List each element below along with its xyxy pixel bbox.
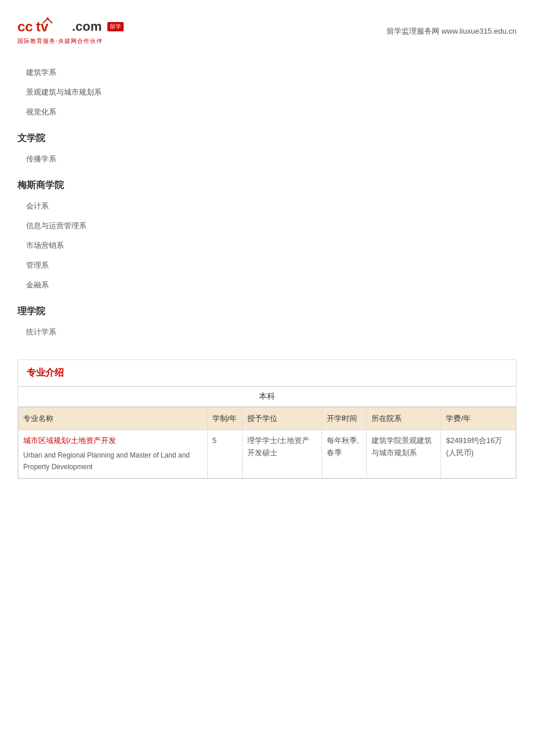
table-wrapper: 本科 专业名称 学制/年 授予学位 开学时间 所在院系 学费/年 [18, 386, 516, 478]
dept-item-communication[interactable]: 传播学系 [17, 149, 517, 169]
dept-item-marketing[interactable]: 市场营销系 [17, 236, 517, 255]
col-header-name: 专业名称 [19, 408, 208, 430]
dept-item-accounting[interactable]: 会计系 [17, 196, 517, 216]
college-heading-mace: 梅斯商学院 [17, 172, 517, 196]
table-row: 城市区域规划/土地资产开发 Urban and Regional Plannin… [19, 430, 516, 478]
svg-point-4 [46, 17, 49, 20]
department-list: 建筑学系 景观建筑与城市规划系 视觉化系 文学院 传播学系 梅斯商学院 会计系 … [17, 63, 517, 342]
col-header-department: 所在院系 [366, 408, 441, 430]
liuyu-badge: 留学 [107, 22, 124, 31]
header: cc tv .com 留学 国际教育服务·央媒网合作伙伴 留学监理服务网 www… [0, 12, 534, 54]
dept-item-visualization[interactable]: 视觉化系 [17, 102, 517, 122]
logo-top: cc tv .com 留学 [17, 17, 124, 36]
program-name-en: Urban and Regional Planning and Master o… [23, 449, 203, 473]
program-name-zh: 城市区域规划/土地资产开发 [23, 435, 203, 447]
programs-table: 专业名称 学制/年 授予学位 开学时间 所在院系 学费/年 城市区域规划/土地资… [18, 407, 516, 478]
program-tuition-cell: $24919约合16万(人民币) [441, 430, 516, 478]
content-area: 建筑学系 景观建筑与城市规划系 视觉化系 文学院 传播学系 梅斯商学院 会计系 … [0, 54, 534, 488]
svg-text:cc: cc [17, 19, 33, 34]
table-header-row: 专业名称 学制/年 授予学位 开学时间 所在院系 学费/年 [19, 408, 516, 430]
logo-area: cc tv .com 留学 国际教育服务·央媒网合作伙伴 [17, 17, 124, 45]
program-start-cell: 每年秋季,春季 [322, 430, 366, 478]
svg-text:tv: tv [36, 19, 49, 34]
program-duration-cell: 5 [207, 430, 242, 478]
col-header-duration: 学制/年 [207, 408, 242, 430]
logo-dot-com: .com [72, 19, 102, 34]
program-degree-cell: 理学学士/土地资产开发硕士 [242, 430, 322, 478]
header-service-text: 留学监理服务网 www.liuxue315.edu.cn [387, 26, 517, 37]
college-heading-science: 理学院 [17, 298, 517, 322]
dept-item-finance[interactable]: 金融系 [17, 275, 517, 295]
dept-item-info-operations[interactable]: 信息与运营管理系 [17, 216, 517, 236]
dept-item-statistics[interactable]: 统计学系 [17, 322, 517, 342]
dept-item-landscape[interactable]: 景观建筑与城市规划系 [17, 82, 517, 102]
page-wrapper: cc tv .com 留学 国际教育服务·央媒网合作伙伴 留学监理服务网 www… [0, 0, 534, 756]
logo-subtitle: 国际教育服务·央媒网合作伙伴 [17, 37, 103, 45]
col-header-tuition: 学费/年 [441, 408, 516, 430]
table-type-row: 本科 [18, 387, 516, 407]
cctv-logo-icon: cc tv [17, 17, 70, 36]
dept-item-architecture[interactable]: 建筑学系 [17, 63, 517, 82]
col-header-start: 开学时间 [322, 408, 366, 430]
program-department-cell: 建筑学院景观建筑与城市规划系 [366, 430, 441, 478]
dept-item-management[interactable]: 管理系 [17, 255, 517, 275]
major-section: 专业介绍 本科 专业名称 学制/年 授予学位 开学时间 所在院系 学费/年 [17, 359, 517, 479]
major-section-title: 专业介绍 [18, 360, 516, 386]
college-heading-literature: 文学院 [17, 125, 517, 149]
program-name-cell: 城市区域规划/土地资产开发 Urban and Regional Plannin… [19, 430, 208, 478]
col-header-degree: 授予学位 [242, 408, 322, 430]
